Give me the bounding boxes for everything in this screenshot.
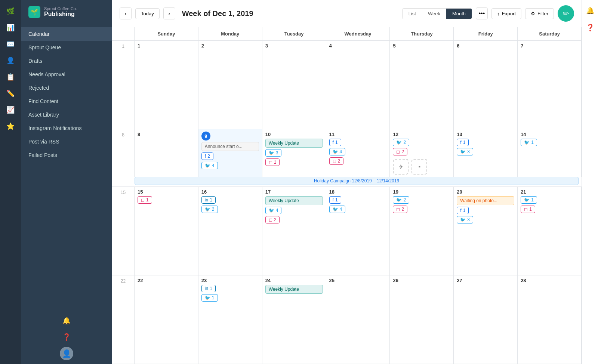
cal-cell-dec16[interactable]: 16 in 1 🐦 2 bbox=[198, 187, 262, 275]
compose-button[interactable]: ✏ bbox=[558, 5, 574, 22]
bell-icon[interactable]: 🔔 bbox=[60, 314, 73, 327]
tw-badge-dec16[interactable]: 🐦 2 bbox=[201, 206, 218, 213]
nav-icon-reports[interactable]: 📊 bbox=[3, 20, 18, 35]
nav-icon-compose[interactable]: ✏️ bbox=[3, 86, 18, 101]
ig-badge-dec11[interactable]: ◻ 2 bbox=[329, 157, 344, 165]
export-button[interactable]: ↑ Export bbox=[491, 8, 521, 19]
cal-cell-dec18[interactable]: 18 f 1 🐦 4 bbox=[326, 187, 390, 275]
user-avatar[interactable]: 👤 bbox=[60, 347, 73, 360]
weekly-update-dec10[interactable]: Weekly Update bbox=[265, 139, 323, 148]
cal-cell-dec3[interactable]: 3 bbox=[262, 41, 326, 129]
tw-badge-dec18[interactable]: 🐦 4 bbox=[329, 206, 346, 213]
sidebar-item-calendar[interactable]: Calendar bbox=[21, 27, 112, 41]
nav-icon-tasks[interactable]: 📋 bbox=[3, 70, 18, 84]
cal-cell-dec17[interactable]: 17 Weekly Update 🐦 4 ◻ 2 bbox=[262, 187, 326, 275]
cal-cell-dec8[interactable]: 8 bbox=[135, 129, 198, 177]
tw-badge-dec19[interactable]: 🐦 2 bbox=[393, 196, 409, 204]
ig-badge-dec19[interactable]: ◻ 2 bbox=[393, 206, 407, 213]
dashed-send-btn[interactable]: ✈ bbox=[393, 159, 409, 175]
dashed-layer-btn[interactable]: ▪ bbox=[411, 159, 427, 175]
tw-badge-dec17[interactable]: 🐦 4 bbox=[265, 207, 282, 214]
cal-cell-dec10[interactable]: 10 Weekly Update 🐦 3 ◻ 1 bbox=[262, 129, 326, 177]
sidebar-item-instagram-notifications[interactable]: Instagram Notifications bbox=[21, 121, 112, 135]
li-badge-dec16[interactable]: in 1 bbox=[201, 196, 216, 204]
sidebar-item-drafts[interactable]: Drafts bbox=[21, 54, 112, 68]
ig-badge-dec12[interactable]: ◻ 2 bbox=[393, 148, 407, 155]
cal-cell-dec15[interactable]: 15 ◻ 1 bbox=[135, 187, 198, 275]
nav-icon-publishing[interactable]: 🌿 bbox=[3, 4, 18, 19]
cal-cell-dec25[interactable]: 25 bbox=[326, 275, 390, 364]
calendar-body: 1 1 2 3 4 5 6 7 8 8 9 Announce sta bbox=[112, 41, 582, 364]
filter-button[interactable]: ⚙ Filter bbox=[525, 8, 554, 19]
fb-badge-dec18[interactable]: f 1 bbox=[329, 196, 341, 204]
weekly-update-dec17[interactable]: Weekly Update bbox=[265, 196, 323, 205]
fb-badge-dec20[interactable]: f 1 bbox=[457, 207, 469, 214]
help-icon[interactable]: ❓ bbox=[60, 330, 73, 344]
cal-cell-dec21[interactable]: 21 🐦 1 ◻ 1 bbox=[518, 187, 582, 275]
fb-badge-dec9[interactable]: f 2 bbox=[201, 152, 213, 160]
today-button[interactable]: Today bbox=[135, 8, 160, 19]
cal-cell-dec7[interactable]: 7 bbox=[518, 41, 582, 129]
cal-cell-dec23[interactable]: 23 in 1 🐦 1 bbox=[198, 275, 262, 364]
bell-right-icon[interactable]: 🔔 bbox=[583, 4, 597, 17]
sidebar-brand: Sprout Coffee Co. Publishing bbox=[44, 6, 77, 18]
nav-icon-analytics[interactable]: 📈 bbox=[3, 102, 18, 117]
sidebar-item-needs-approval[interactable]: Needs Approval bbox=[21, 68, 112, 81]
tw-badge-dec14[interactable]: 🐦 1 bbox=[521, 139, 537, 146]
sidebar-item-post-via-rss[interactable]: Post via RSS bbox=[21, 135, 112, 148]
sidebar-item-asset-library[interactable]: Asset Library bbox=[21, 108, 112, 121]
sidebar-item-find-content[interactable]: Find Content bbox=[21, 95, 112, 108]
help-right-icon[interactable]: ❓ bbox=[583, 21, 597, 34]
tw-badge-dec11[interactable]: 🐦 4 bbox=[329, 148, 346, 155]
nav-icon-inbox[interactable]: ✉️ bbox=[3, 37, 18, 52]
next-button[interactable]: › bbox=[163, 7, 175, 19]
tw-badge-dec12[interactable]: 🐦 2 bbox=[393, 139, 409, 146]
cal-cell-dec6[interactable]: 6 bbox=[454, 41, 518, 129]
ig-badge-dec15[interactable]: ◻ 1 bbox=[138, 196, 152, 204]
cal-cell-dec14[interactable]: 14 🐦 1 bbox=[518, 129, 582, 177]
tab-month[interactable]: Month bbox=[446, 9, 472, 19]
ig-badge-dec21[interactable]: ◻ 1 bbox=[521, 206, 535, 213]
tw-badge-dec21[interactable]: 🐦 1 bbox=[521, 196, 537, 204]
fb-badge-dec13[interactable]: f 1 bbox=[457, 139, 469, 146]
cal-cell-dec27[interactable]: 27 bbox=[454, 275, 518, 364]
sidebar-item-rejected[interactable]: Rejected bbox=[21, 81, 112, 95]
cal-cell-dec20[interactable]: 20 Waiting on photo... f 1 🐦 3 bbox=[454, 187, 518, 275]
cal-cell-dec28[interactable]: 28 bbox=[518, 275, 582, 364]
announce-card[interactable]: Announce start o... bbox=[201, 142, 259, 151]
weekly-update-dec24[interactable]: Weekly Update bbox=[265, 285, 323, 294]
sidebar-header: 🌱 Sprout Coffee Co. Publishing bbox=[21, 0, 112, 24]
cal-cell-dec19[interactable]: 19 🐦 2 ◻ 2 bbox=[390, 187, 454, 275]
cal-cell-dec22[interactable]: 22 bbox=[135, 275, 198, 364]
cal-cell-dec9[interactable]: 9 Announce start o... f 2 🐦 4 bbox=[198, 129, 262, 177]
cal-cell-dec2[interactable]: 2 bbox=[198, 41, 262, 129]
tab-list[interactable]: List bbox=[403, 9, 422, 19]
cal-cell-dec13[interactable]: 13 f 1 🐦 3 bbox=[454, 129, 518, 177]
nav-icon-stars[interactable]: ⭐ bbox=[3, 119, 18, 134]
cal-cell-dec4[interactable]: 4 bbox=[326, 41, 390, 129]
ig-badge-dec17[interactable]: ◻ 2 bbox=[265, 216, 280, 223]
cal-cell-dec5[interactable]: 5 bbox=[390, 41, 454, 129]
waiting-card-dec20[interactable]: Waiting on photo... bbox=[457, 196, 514, 205]
tw-badge-dec23[interactable]: 🐦 1 bbox=[201, 294, 218, 302]
cal-cell-dec26[interactable]: 26 bbox=[390, 275, 454, 364]
more-button[interactable]: ••• bbox=[476, 7, 488, 19]
tab-week[interactable]: Week bbox=[422, 9, 446, 19]
sidebar-item-failed-posts[interactable]: Failed Posts bbox=[21, 148, 112, 162]
li-badge-dec23[interactable]: in 1 bbox=[201, 285, 216, 292]
ig-badge-dec10[interactable]: ◻ 1 bbox=[265, 158, 280, 166]
cal-cell-dec12[interactable]: 12 🐦 2 ◻ 2 ✈ ▪ bbox=[390, 129, 454, 177]
tw-badge-dec20[interactable]: 🐦 3 bbox=[457, 216, 473, 223]
tw-badge-dec10[interactable]: 🐦 3 bbox=[265, 149, 282, 157]
sidebar: 🌱 Sprout Coffee Co. Publishing Calendar … bbox=[21, 0, 112, 364]
sidebar-item-post-via-rss-label: Post via RSS bbox=[28, 139, 59, 145]
cal-cell-dec1[interactable]: 1 bbox=[135, 41, 198, 129]
fb-badge-dec11[interactable]: f 1 bbox=[329, 139, 341, 146]
cal-cell-dec11[interactable]: 11 f 1 🐦 4 ◻ 2 bbox=[326, 129, 390, 177]
prev-button[interactable]: ‹ bbox=[120, 7, 132, 19]
sidebar-item-sprout-queue[interactable]: Sprout Queue bbox=[21, 41, 112, 54]
tw-badge-dec13[interactable]: 🐦 3 bbox=[457, 148, 473, 155]
cal-cell-dec24[interactable]: 24 Weekly Update bbox=[262, 275, 326, 364]
nav-icon-social[interactable]: 👤 bbox=[3, 53, 18, 68]
tw-badge-dec9[interactable]: 🐦 4 bbox=[201, 162, 218, 169]
